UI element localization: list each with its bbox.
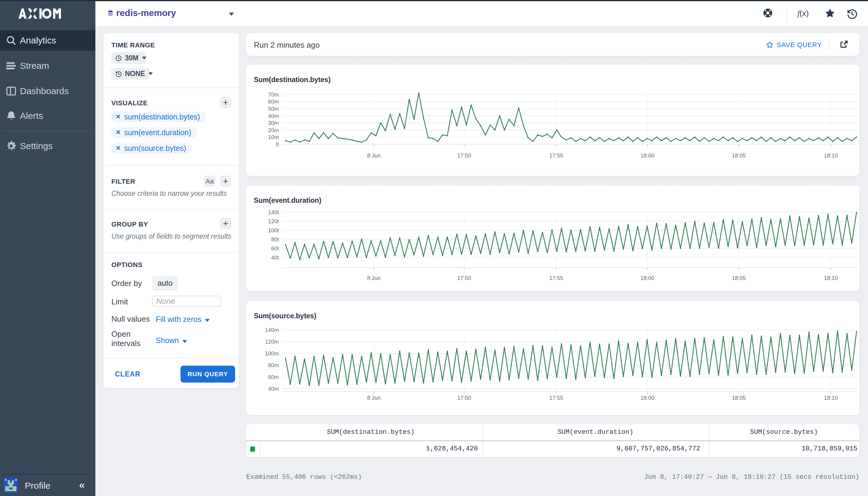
svg-text:18:05: 18:05	[732, 394, 746, 401]
svg-text:17:50: 17:50	[457, 275, 471, 281]
svg-text:70m: 70m	[268, 91, 279, 98]
svg-text:60m: 60m	[268, 374, 279, 380]
svg-text:18:10: 18:10	[824, 152, 838, 159]
svg-text:17:55: 17:55	[549, 275, 563, 281]
svg-text:17:55: 17:55	[549, 394, 563, 401]
svg-text:18:00: 18:00	[640, 275, 654, 281]
svg-text:18:00: 18:00	[640, 394, 654, 401]
svg-text:8 Jun: 8 Jun	[367, 394, 381, 401]
svg-text:140t: 140t	[268, 209, 279, 215]
svg-text:100t: 100t	[268, 227, 279, 233]
svg-text:100m: 100m	[265, 350, 279, 357]
svg-text:17:50: 17:50	[457, 394, 471, 401]
svg-text:40m: 40m	[268, 113, 279, 119]
svg-text:8 Jun: 8 Jun	[367, 275, 381, 281]
svg-text:80t: 80t	[271, 236, 279, 243]
svg-text:17:50: 17:50	[457, 152, 471, 159]
svg-text:18:05: 18:05	[732, 152, 746, 159]
svg-text:18:10: 18:10	[824, 394, 838, 401]
svg-text:40t: 40t	[271, 254, 279, 261]
svg-text:140m: 140m	[265, 327, 279, 333]
svg-text:18:10: 18:10	[824, 275, 838, 281]
svg-text:17:55: 17:55	[549, 152, 563, 159]
svg-text:50m: 50m	[268, 106, 279, 112]
svg-text:60t: 60t	[271, 245, 279, 252]
svg-text:40m: 40m	[268, 386, 279, 392]
svg-text:8 Jun: 8 Jun	[367, 152, 381, 159]
svg-text:120t: 120t	[268, 218, 279, 224]
svg-text:30m: 30m	[268, 120, 279, 126]
svg-text:10m: 10m	[268, 134, 279, 140]
svg-text:0: 0	[276, 141, 279, 148]
svg-text:120m: 120m	[265, 339, 279, 345]
svg-text:18:00: 18:00	[640, 152, 654, 159]
svg-text:80m: 80m	[268, 362, 279, 368]
svg-text:60m: 60m	[268, 98, 279, 105]
svg-text:18:05: 18:05	[732, 275, 746, 281]
svg-text:20m: 20m	[268, 127, 279, 133]
